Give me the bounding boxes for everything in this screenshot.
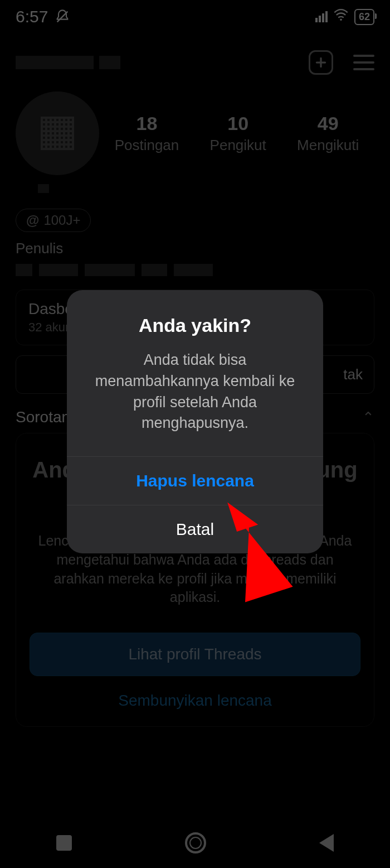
dialog-title: Anda yakin? [84, 315, 306, 336]
cancel-button[interactable]: Batal [67, 505, 323, 553]
remove-badge-label: Hapus lencana [136, 471, 254, 490]
cancel-label: Batal [176, 520, 214, 538]
remove-badge-button[interactable]: Hapus lencana [67, 457, 323, 505]
confirm-dialog: Anda yakin? Anda tidak bisa menambahkann… [67, 290, 323, 553]
dialog-message: Anda tidak bisa menambahkannya kembali k… [84, 350, 306, 434]
